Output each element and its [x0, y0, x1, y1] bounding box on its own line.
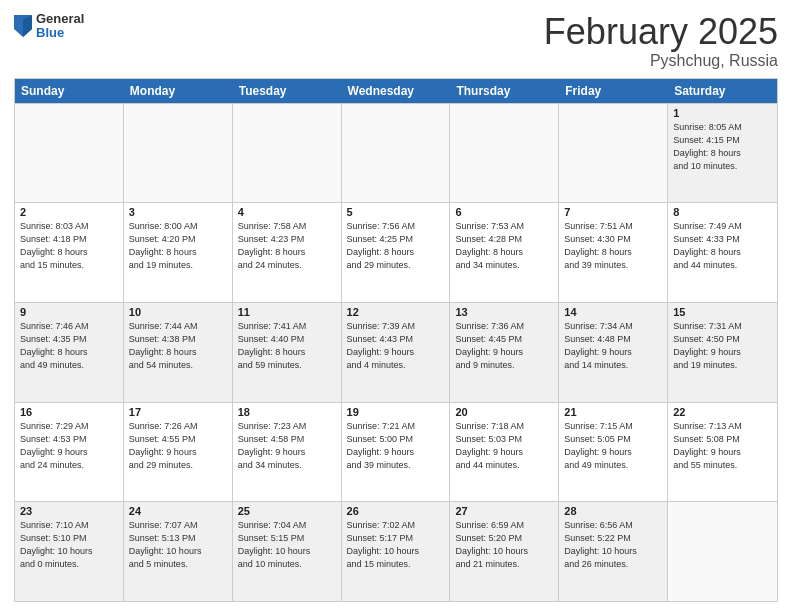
day-info: Sunrise: 7:21 AM Sunset: 5:00 PM Dayligh… [347, 420, 445, 472]
day-info: Sunrise: 7:53 AM Sunset: 4:28 PM Dayligh… [455, 220, 553, 272]
table-row [124, 104, 233, 203]
header-cell-monday: Monday [124, 79, 233, 103]
day-info: Sunrise: 6:56 AM Sunset: 5:22 PM Dayligh… [564, 519, 662, 571]
header-cell-friday: Friday [559, 79, 668, 103]
table-row: 11Sunrise: 7:41 AM Sunset: 4:40 PM Dayli… [233, 303, 342, 402]
table-row: 3Sunrise: 8:00 AM Sunset: 4:20 PM Daylig… [124, 203, 233, 302]
week-row-1: 1Sunrise: 8:05 AM Sunset: 4:15 PM Daylig… [15, 103, 777, 203]
day-info: Sunrise: 8:00 AM Sunset: 4:20 PM Dayligh… [129, 220, 227, 272]
day-number: 5 [347, 206, 445, 218]
table-row: 28Sunrise: 6:56 AM Sunset: 5:22 PM Dayli… [559, 502, 668, 601]
day-number: 9 [20, 306, 118, 318]
table-row [15, 104, 124, 203]
day-number: 1 [673, 107, 772, 119]
day-number: 2 [20, 206, 118, 218]
day-number: 19 [347, 406, 445, 418]
sub-title: Pyshchug, Russia [544, 52, 778, 70]
calendar-header: SundayMondayTuesdayWednesdayThursdayFrid… [15, 79, 777, 103]
header: General Blue February 2025 Pyshchug, Rus… [14, 12, 778, 70]
week-row-2: 2Sunrise: 8:03 AM Sunset: 4:18 PM Daylig… [15, 202, 777, 302]
day-info: Sunrise: 7:02 AM Sunset: 5:17 PM Dayligh… [347, 519, 445, 571]
header-cell-sunday: Sunday [15, 79, 124, 103]
table-row: 24Sunrise: 7:07 AM Sunset: 5:13 PM Dayli… [124, 502, 233, 601]
header-cell-thursday: Thursday [450, 79, 559, 103]
table-row: 12Sunrise: 7:39 AM Sunset: 4:43 PM Dayli… [342, 303, 451, 402]
table-row: 17Sunrise: 7:26 AM Sunset: 4:55 PM Dayli… [124, 403, 233, 502]
day-info: Sunrise: 7:04 AM Sunset: 5:15 PM Dayligh… [238, 519, 336, 571]
table-row: 10Sunrise: 7:44 AM Sunset: 4:38 PM Dayli… [124, 303, 233, 402]
day-number: 3 [129, 206, 227, 218]
day-info: Sunrise: 6:59 AM Sunset: 5:20 PM Dayligh… [455, 519, 553, 571]
day-number: 15 [673, 306, 772, 318]
table-row: 23Sunrise: 7:10 AM Sunset: 5:10 PM Dayli… [15, 502, 124, 601]
table-row: 25Sunrise: 7:04 AM Sunset: 5:15 PM Dayli… [233, 502, 342, 601]
day-info: Sunrise: 7:39 AM Sunset: 4:43 PM Dayligh… [347, 320, 445, 372]
day-number: 6 [455, 206, 553, 218]
day-info: Sunrise: 7:56 AM Sunset: 4:25 PM Dayligh… [347, 220, 445, 272]
day-info: Sunrise: 7:29 AM Sunset: 4:53 PM Dayligh… [20, 420, 118, 472]
logo-line2: Blue [36, 26, 84, 40]
day-number: 22 [673, 406, 772, 418]
day-info: Sunrise: 7:23 AM Sunset: 4:58 PM Dayligh… [238, 420, 336, 472]
table-row: 7Sunrise: 7:51 AM Sunset: 4:30 PM Daylig… [559, 203, 668, 302]
main-title: February 2025 [544, 12, 778, 52]
day-number: 8 [673, 206, 772, 218]
table-row [559, 104, 668, 203]
table-row: 22Sunrise: 7:13 AM Sunset: 5:08 PM Dayli… [668, 403, 777, 502]
calendar-body: 1Sunrise: 8:05 AM Sunset: 4:15 PM Daylig… [15, 103, 777, 601]
logo: General Blue [14, 12, 84, 41]
logo-text: General Blue [36, 12, 84, 41]
day-info: Sunrise: 7:44 AM Sunset: 4:38 PM Dayligh… [129, 320, 227, 372]
day-number: 16 [20, 406, 118, 418]
day-number: 12 [347, 306, 445, 318]
table-row: 20Sunrise: 7:18 AM Sunset: 5:03 PM Dayli… [450, 403, 559, 502]
day-number: 13 [455, 306, 553, 318]
header-cell-saturday: Saturday [668, 79, 777, 103]
table-row: 16Sunrise: 7:29 AM Sunset: 4:53 PM Dayli… [15, 403, 124, 502]
header-cell-tuesday: Tuesday [233, 79, 342, 103]
logo-icon [14, 15, 32, 37]
day-info: Sunrise: 8:03 AM Sunset: 4:18 PM Dayligh… [20, 220, 118, 272]
day-number: 11 [238, 306, 336, 318]
table-row: 9Sunrise: 7:46 AM Sunset: 4:35 PM Daylig… [15, 303, 124, 402]
day-info: Sunrise: 7:18 AM Sunset: 5:03 PM Dayligh… [455, 420, 553, 472]
day-number: 24 [129, 505, 227, 517]
day-number: 18 [238, 406, 336, 418]
day-number: 4 [238, 206, 336, 218]
day-info: Sunrise: 7:41 AM Sunset: 4:40 PM Dayligh… [238, 320, 336, 372]
table-row: 6Sunrise: 7:53 AM Sunset: 4:28 PM Daylig… [450, 203, 559, 302]
day-number: 14 [564, 306, 662, 318]
calendar: SundayMondayTuesdayWednesdayThursdayFrid… [14, 78, 778, 602]
table-row: 15Sunrise: 7:31 AM Sunset: 4:50 PM Dayli… [668, 303, 777, 402]
table-row: 5Sunrise: 7:56 AM Sunset: 4:25 PM Daylig… [342, 203, 451, 302]
week-row-5: 23Sunrise: 7:10 AM Sunset: 5:10 PM Dayli… [15, 501, 777, 601]
table-row [668, 502, 777, 601]
table-row: 21Sunrise: 7:15 AM Sunset: 5:05 PM Dayli… [559, 403, 668, 502]
day-number: 7 [564, 206, 662, 218]
day-number: 25 [238, 505, 336, 517]
day-number: 10 [129, 306, 227, 318]
day-info: Sunrise: 7:26 AM Sunset: 4:55 PM Dayligh… [129, 420, 227, 472]
table-row: 1Sunrise: 8:05 AM Sunset: 4:15 PM Daylig… [668, 104, 777, 203]
table-row: 19Sunrise: 7:21 AM Sunset: 5:00 PM Dayli… [342, 403, 451, 502]
day-number: 20 [455, 406, 553, 418]
day-number: 26 [347, 505, 445, 517]
day-info: Sunrise: 7:36 AM Sunset: 4:45 PM Dayligh… [455, 320, 553, 372]
day-info: Sunrise: 7:10 AM Sunset: 5:10 PM Dayligh… [20, 519, 118, 571]
day-number: 27 [455, 505, 553, 517]
day-info: Sunrise: 7:31 AM Sunset: 4:50 PM Dayligh… [673, 320, 772, 372]
week-row-4: 16Sunrise: 7:29 AM Sunset: 4:53 PM Dayli… [15, 402, 777, 502]
table-row: 26Sunrise: 7:02 AM Sunset: 5:17 PM Dayli… [342, 502, 451, 601]
page: General Blue February 2025 Pyshchug, Rus… [0, 0, 792, 612]
table-row: 2Sunrise: 8:03 AM Sunset: 4:18 PM Daylig… [15, 203, 124, 302]
table-row [450, 104, 559, 203]
table-row: 14Sunrise: 7:34 AM Sunset: 4:48 PM Dayli… [559, 303, 668, 402]
day-number: 28 [564, 505, 662, 517]
day-info: Sunrise: 7:46 AM Sunset: 4:35 PM Dayligh… [20, 320, 118, 372]
day-info: Sunrise: 7:51 AM Sunset: 4:30 PM Dayligh… [564, 220, 662, 272]
day-info: Sunrise: 7:49 AM Sunset: 4:33 PM Dayligh… [673, 220, 772, 272]
table-row: 27Sunrise: 6:59 AM Sunset: 5:20 PM Dayli… [450, 502, 559, 601]
table-row: 18Sunrise: 7:23 AM Sunset: 4:58 PM Dayli… [233, 403, 342, 502]
day-number: 21 [564, 406, 662, 418]
day-info: Sunrise: 7:13 AM Sunset: 5:08 PM Dayligh… [673, 420, 772, 472]
